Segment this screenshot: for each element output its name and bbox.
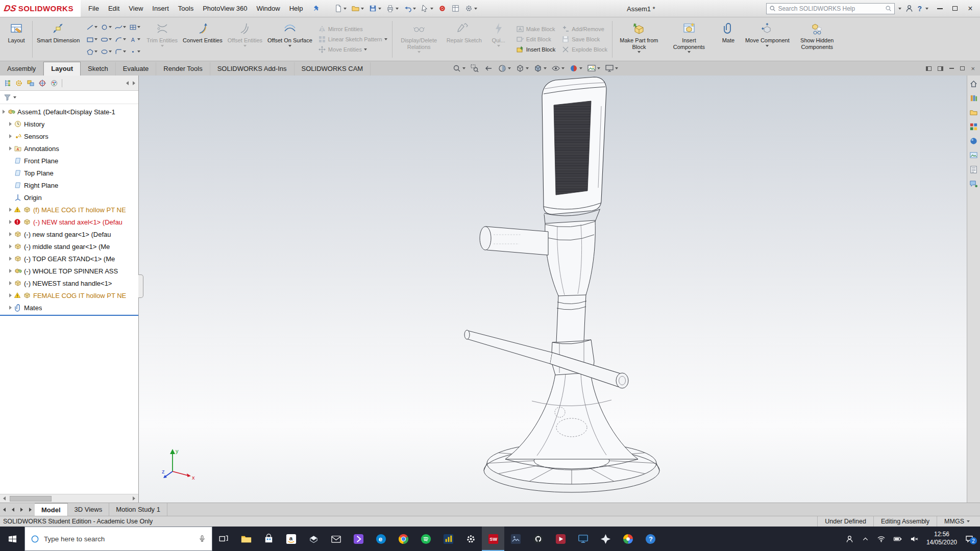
circle-tool[interactable] xyxy=(99,21,113,33)
github-icon[interactable] xyxy=(527,527,549,551)
panel-scroll-left-icon[interactable] xyxy=(126,81,129,85)
chevron-up-icon[interactable] xyxy=(862,535,869,543)
custom-properties-icon[interactable] xyxy=(969,165,978,174)
tab-assembly[interactable]: Assembly xyxy=(0,62,43,76)
tree-item-sensors[interactable]: Sensors xyxy=(0,130,138,142)
panel-flyout-handle[interactable] xyxy=(138,274,143,298)
expand-caret-icon[interactable] xyxy=(9,244,12,248)
search-options-caret-icon[interactable] xyxy=(898,8,901,10)
tab-scroll-last[interactable] xyxy=(26,503,35,516)
expand-caret-icon[interactable] xyxy=(9,146,12,151)
amazon-icon[interactable]: a xyxy=(280,527,302,551)
task-view-button[interactable] xyxy=(212,527,235,551)
file-explorer-pane-icon[interactable] xyxy=(969,108,978,117)
filter-caret-icon[interactable] xyxy=(13,96,16,98)
tree-item-right-plane[interactable]: Right Plane xyxy=(0,179,138,191)
tree-item-top-gear-stand[interactable]: (-) TOP GEAR STAND<1> (Me xyxy=(0,253,138,265)
spotify-icon[interactable] xyxy=(414,527,437,551)
settings-icon[interactable] xyxy=(459,527,482,551)
spline-tool[interactable] xyxy=(113,21,127,33)
expand-caret-icon[interactable] xyxy=(3,110,5,114)
chrome-icon[interactable] xyxy=(392,527,414,551)
login-user-icon[interactable] xyxy=(905,4,914,13)
hide-show-items-button[interactable] xyxy=(551,64,565,73)
tab-solidworks-addins[interactable]: SOLIDWORKS Add-Ins xyxy=(210,62,295,76)
ribbon-show-hidden-components-button[interactable]: Show Hidden Components xyxy=(792,19,842,60)
mail-icon[interactable] xyxy=(325,527,347,551)
options-button[interactable] xyxy=(463,3,479,14)
view-settings-button[interactable] xyxy=(605,64,618,73)
ribbon-offset-on-surface-button[interactable]: Offset On Surface xyxy=(265,19,315,60)
taskbar-clock[interactable]: 12:56 14/05/2020 xyxy=(926,531,957,546)
edit-appearance-button[interactable] xyxy=(569,64,582,73)
ribbon-make-part-from-block-button[interactable]: Make Part from Block xyxy=(614,19,664,60)
zoom-to-fit-button[interactable] xyxy=(452,64,465,73)
file-properties-button[interactable] xyxy=(450,3,461,14)
expand-caret-icon[interactable] xyxy=(9,269,12,273)
scroll-right-arrow[interactable] xyxy=(130,494,138,503)
video-player-icon[interactable] xyxy=(549,527,572,551)
zoom-to-area-button[interactable] xyxy=(470,64,479,73)
help-caret-icon[interactable] xyxy=(925,8,928,10)
tree-item-male-cog[interactable]: (f) MALE COG IT hollow PT NE xyxy=(0,204,138,216)
propertymanager-icon[interactable] xyxy=(15,79,23,87)
menu-edit[interactable]: Edit xyxy=(104,0,124,17)
tree-item-new-stand-gear[interactable]: (-) new stand gear<1> (Defau xyxy=(0,228,138,240)
ribbon-convert-entities-button[interactable]: Convert Entities xyxy=(180,19,225,60)
displaymanager-icon[interactable] xyxy=(50,79,58,87)
appearances-icon[interactable] xyxy=(969,137,978,145)
ellipse-tool[interactable] xyxy=(99,46,113,58)
configurationmanager-icon[interactable] xyxy=(27,79,35,87)
expand-caret-icon[interactable] xyxy=(9,281,12,285)
rollback-bar[interactable] xyxy=(0,315,138,316)
microsoft-store-icon[interactable] xyxy=(257,527,280,551)
text-tool[interactable]: A xyxy=(128,34,141,45)
menu-view[interactable]: View xyxy=(124,0,148,17)
insert-block-button[interactable]: Insert Block xyxy=(516,45,555,54)
collapse-panel-left-icon[interactable] xyxy=(926,66,932,71)
section-view-button[interactable] xyxy=(498,64,511,73)
monitor-app-icon[interactable] xyxy=(572,527,594,551)
save-button[interactable] xyxy=(367,3,383,14)
paint-app-icon[interactable] xyxy=(617,527,639,551)
undo-button[interactable] xyxy=(402,3,418,14)
apply-scene-button[interactable] xyxy=(587,64,600,73)
view-palette-icon[interactable] xyxy=(969,122,978,131)
menu-photoview360[interactable]: PhotoView 360 xyxy=(198,0,252,17)
taskbar-search-box[interactable] xyxy=(24,527,212,551)
pin-menu-icon[interactable] xyxy=(307,0,324,17)
microphone-icon[interactable] xyxy=(198,535,206,543)
tree-item-root[interactable]: Assem1 (Default<Display State-1 xyxy=(0,106,138,118)
start-button[interactable] xyxy=(0,527,24,551)
action-center-button[interactable]: 2 xyxy=(965,534,974,543)
tab-scroll-first[interactable] xyxy=(0,503,9,516)
doc-minimize-icon[interactable] xyxy=(949,68,954,69)
tree-item-whole-top-spinner[interactable]: (-) WHOLE TOP SPINNER ASS xyxy=(0,265,138,277)
slot-tool[interactable] xyxy=(99,34,113,45)
previous-view-button[interactable] xyxy=(484,64,493,73)
polygon-tool[interactable] xyxy=(85,46,99,58)
expand-caret-icon[interactable] xyxy=(9,220,12,224)
tab-scroll-next[interactable] xyxy=(17,503,26,516)
dropbox-icon[interactable] xyxy=(302,527,325,551)
point-tool[interactable] xyxy=(128,46,141,58)
solidworks-app-icon[interactable]: SW xyxy=(482,527,504,551)
display-style-button[interactable] xyxy=(533,64,547,73)
scrollbar-thumb[interactable] xyxy=(10,496,52,502)
rectangle-tool[interactable] xyxy=(85,34,99,45)
help-search-box[interactable] xyxy=(766,3,895,14)
file-explorer-icon[interactable] xyxy=(235,527,257,551)
ribbon-insert-components-button[interactable]: Insert Components xyxy=(664,19,714,60)
collapse-panel-right-icon[interactable] xyxy=(938,66,943,71)
tab-sketch[interactable]: Sketch xyxy=(81,62,116,76)
tree-item-front-plane[interactable]: Front Plane xyxy=(0,155,138,167)
forum-icon[interactable] xyxy=(969,180,978,188)
ribbon-smart-dimension-button[interactable]: Smart Dimension xyxy=(34,19,82,60)
wireframe-spinner-stand-model[interactable] xyxy=(455,76,680,503)
new-document-button[interactable] xyxy=(332,3,348,14)
design-library-icon[interactable] xyxy=(969,94,978,103)
expand-caret-icon[interactable] xyxy=(9,208,12,212)
view-orientation-button[interactable] xyxy=(516,64,529,73)
tree-item-annotations[interactable]: A Annotations xyxy=(0,142,138,155)
expand-caret-icon[interactable] xyxy=(9,257,12,261)
